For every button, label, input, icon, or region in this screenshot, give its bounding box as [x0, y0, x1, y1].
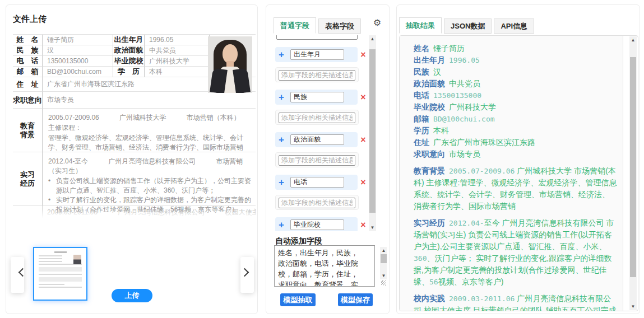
field-label: 电 话: [13, 56, 43, 67]
model-save-button[interactable]: 模型保存: [338, 293, 373, 306]
bullet-icon: •: [48, 176, 56, 195]
scroll-up-icon[interactable]: ▲: [369, 35, 376, 43]
textarea-scrollbar[interactable]: ▲ ▼: [380, 247, 387, 279]
scroll-up-icon[interactable]: ▲: [380, 247, 387, 254]
thumbnail-photo: [73, 255, 81, 264]
add-field-icon[interactable]: +: [279, 135, 287, 144]
section-label: 教育 背景: [13, 109, 43, 152]
delete-field-icon[interactable]: ×: [358, 221, 369, 230]
result-row: 民族汉: [414, 66, 617, 78]
field-value: 1996.05: [145, 35, 209, 45]
scrollbar-thumb[interactable]: [381, 254, 387, 263]
field-item: + ×: [275, 132, 369, 147]
tab-table-fields[interactable]: 表格字段: [318, 18, 361, 34]
field-name-input[interactable]: [290, 177, 344, 188]
field-tabs: 普通字段 表格字段: [274, 17, 361, 34]
field-desc-input[interactable]: [279, 70, 355, 81]
result-row: 校内实践2009.03-2011.06 广州月亮湾信息科技有限公司 校园大使主席…: [414, 293, 617, 311]
result-row: 求职意向市场专员: [414, 148, 617, 160]
tab-normal-fields[interactable]: 普通字段: [274, 17, 316, 34]
field-value: 锤子简历: [43, 35, 113, 45]
result-row: 电话13500135000: [414, 90, 617, 101]
scroll-down-icon[interactable]: ▼: [629, 303, 637, 310]
result-box: 姓名锤子简历 出生年月1996.05 民族汉 政治面貌中共党员 电话135001…: [399, 35, 638, 311]
field-label: 民 族: [13, 45, 43, 56]
field-label: 住 址: [13, 77, 43, 92]
field-label: 学 历: [113, 67, 145, 77]
delete-field-icon[interactable]: ×: [358, 93, 369, 102]
result-row: 住址广东省广州市海珠区滨江东路: [414, 137, 617, 148]
result-row: 政治面貌中共党员: [414, 78, 617, 90]
field-item: + ×: [275, 217, 369, 231]
field-label: 邮 箱: [13, 67, 43, 77]
section-label: 实习 经历: [13, 152, 43, 206]
section-content: 2012.04-至今 广州月亮湾信息科技有限公司 市场营销（实习生） • 负责公…: [43, 152, 256, 206]
field-label: 出生年月: [113, 35, 145, 45]
field-name-input[interactable]: [290, 219, 344, 230]
field-value: 广州科技大学: [145, 56, 209, 67]
model-extract-button[interactable]: 模型抽取: [280, 293, 316, 306]
field-value: 本科: [145, 67, 209, 77]
scrollbar-thumb[interactable]: [630, 57, 636, 277]
field-desc-input[interactable]: [279, 198, 355, 208]
field-name-input[interactable]: [290, 49, 344, 60]
field-value: BD@100chui.com: [43, 67, 113, 77]
results-panel: 抽取结果 JSON数据 API信息 姓名锤子简历 出生年月1996.05 民族汉…: [396, 4, 640, 314]
table-row-internship: 实习 经历 2012.04-至今 广州月亮湾信息科技有限公司 市场营销（实习生）…: [13, 152, 256, 206]
delete-field-icon[interactable]: ×: [358, 135, 369, 144]
field-item: + ×: [275, 90, 369, 105]
field-label: 毕业院校: [113, 56, 145, 67]
scroll-up-icon[interactable]: ▲: [629, 36, 637, 44]
auto-add-textarea[interactable]: 姓名，出生年月，民族，政治面貌，电话，毕业院校，邮箱，学历，住址，求职意向，教育…: [274, 245, 375, 287]
table-row-education: 教育 背景 2005.07-2009.06 广州城科技大学 市场营销（本科） 主…: [13, 109, 256, 152]
field-label: 姓 名: [13, 35, 43, 45]
tab-json-data[interactable]: JSON数据: [444, 18, 492, 34]
partial-text: 2009.03-2011.06 广州月亮湾信息科技有限公司 校园大使主席: [43, 206, 256, 218]
field-value: 13500135000: [43, 56, 113, 67]
tab-extract-result[interactable]: 抽取结果: [399, 17, 442, 34]
result-tabs: 抽取结果 JSON数据 API信息: [399, 17, 534, 34]
result-row: 实习经历2012.04-至今 广州月亮湾信息科技有限公司 市场营销(实习生) 负…: [414, 217, 617, 288]
table-row-partial: 2009.03-2011.06 广州月亮湾信息科技有限公司 校园大使主席: [13, 206, 256, 218]
tab-api-info[interactable]: API信息: [494, 18, 534, 34]
field-label: 求职意向: [13, 92, 43, 109]
result-row: 姓名锤子简历: [414, 43, 617, 54]
field-value: 中共党员: [145, 45, 209, 56]
scroll-down-icon[interactable]: ▼: [380, 272, 387, 279]
result-row: 教育背景2005.07-2009.06 广州城科技大学 市场营销(本科) 主修课…: [414, 165, 617, 212]
table-row: 求职意向 市场专员: [13, 92, 256, 109]
resume-preview: 姓 名 锤子简历 出生年月 1996.05 民 族 汉 政治面貌 中共党员 电 …: [13, 34, 256, 218]
upload-button[interactable]: 上传: [112, 289, 152, 302]
add-field-icon[interactable]: +: [279, 177, 287, 187]
resume-thumbnail[interactable]: [33, 247, 87, 301]
result-scrollbar[interactable]: ▲ ▼: [629, 36, 637, 310]
file-upload-panel: 文件上传 姓 名 锤子简历 出生年月 1996.05 民 族 汉 政治面貌 中共…: [6, 4, 258, 314]
field-label: 政治面貌: [113, 45, 145, 56]
gear-icon[interactable]: ⚙: [373, 18, 381, 27]
field-desc-input[interactable]: [279, 113, 355, 123]
scroll-down-icon[interactable]: ▼: [369, 224, 376, 231]
textarea-resize-handle[interactable]: [381, 280, 386, 286]
field-list-scrollbar[interactable]: ▲ ▼: [369, 35, 376, 231]
field-name-input[interactable]: [290, 92, 344, 102]
scrollbar-thumb[interactable]: [369, 49, 376, 213]
result-row: 毕业院校广州科技大学: [414, 101, 617, 113]
section-content: 2005.07-2009.06 广州城科技大学 市场营销（本科） 主修课程： 管…: [43, 109, 256, 152]
result-row: 学历本科: [414, 125, 617, 137]
result-row: 邮箱BD@100chui.com: [414, 113, 617, 125]
add-field-icon[interactable]: +: [279, 92, 287, 102]
field-name-input[interactable]: [290, 134, 344, 145]
field-item: + ×: [275, 175, 369, 190]
delete-field-icon[interactable]: ×: [358, 50, 369, 59]
field-desc-input[interactable]: [279, 155, 355, 166]
delete-field-icon[interactable]: ×: [358, 178, 369, 187]
add-field-icon[interactable]: +: [279, 50, 287, 59]
clipped-desc-input: [276, 35, 358, 40]
result-row: 出生年月1996.05: [414, 54, 617, 66]
result-content: 姓名锤子简历 出生年月1996.05 民族汉 政治面貌中共党员 电话135001…: [400, 36, 623, 311]
field-value: 市场专员: [43, 92, 256, 109]
field-item: + ×: [275, 47, 369, 62]
field-value: 汉: [43, 45, 113, 56]
field-list: + × + × + ×: [270, 35, 370, 231]
add-field-icon[interactable]: +: [279, 220, 287, 230]
